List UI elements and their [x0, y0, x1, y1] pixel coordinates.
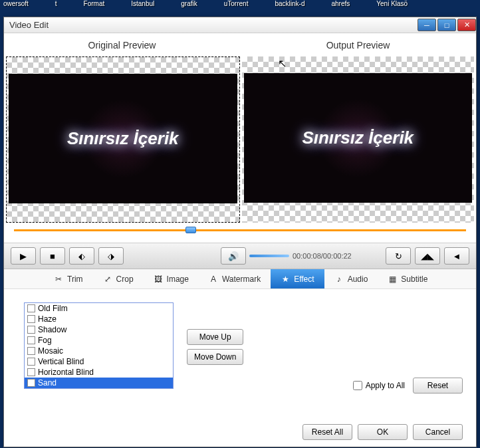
- time-display: 00:00:08/00:00:22: [293, 252, 352, 260]
- checkbox-icon[interactable]: [27, 336, 35, 344]
- titlebar[interactable]: Video Edit ─ □ ✕: [4, 17, 476, 33]
- move-down-button[interactable]: Move Down: [187, 349, 243, 365]
- checkbox-icon[interactable]: [27, 326, 35, 334]
- ok-button[interactable]: OK: [358, 424, 408, 440]
- volume-slider[interactable]: [249, 255, 289, 257]
- tab-watermark[interactable]: AWatermark: [199, 269, 271, 288]
- close-button[interactable]: ✕: [457, 19, 476, 31]
- timeline-track[interactable]: [14, 229, 466, 231]
- reset-button[interactable]: Reset: [413, 378, 463, 393]
- stop-button[interactable]: ■: [40, 247, 65, 265]
- desktop-icons: owersofttFormatİstanbulgrafikuTorrentbac…: [0, 0, 480, 17]
- audio-icon: ♪: [334, 275, 344, 284]
- cancel-button[interactable]: Cancel: [413, 424, 463, 440]
- effect-item[interactable]: ✓Soften: [25, 388, 173, 389]
- trim-icon: ✂: [54, 275, 63, 284]
- effect-item[interactable]: Fog: [25, 335, 173, 346]
- original-video-content: Sınırsız İçerik: [9, 74, 237, 203]
- tab-crop[interactable]: ⤢Crop: [93, 269, 144, 288]
- flip-h-button[interactable]: ◢◣: [415, 247, 440, 265]
- checkbox-icon[interactable]: [27, 315, 35, 323]
- effect-item[interactable]: Mosaic: [25, 346, 173, 356]
- timeline-handle[interactable]: [185, 227, 196, 233]
- tab-effect[interactable]: ★Effect: [271, 269, 324, 288]
- checkbox-icon[interactable]: [27, 304, 35, 312]
- effect-item[interactable]: Horizontal Blind: [25, 367, 173, 378]
- tab-audio[interactable]: ♪Audio: [324, 269, 378, 288]
- window-title: Video Edit: [9, 20, 49, 30]
- checkbox-icon[interactable]: [27, 379, 35, 387]
- output-preview-pane[interactable]: Sınırsız İçerik: [242, 56, 475, 223]
- tab-subtitle[interactable]: ▦Subtitle: [378, 269, 437, 288]
- tab-image[interactable]: 🖼Image: [144, 269, 199, 288]
- image-icon: 🖼: [154, 275, 163, 284]
- subtitle-icon: ▦: [388, 275, 397, 284]
- preview-headers: Original Preview Output Preview: [4, 33, 476, 56]
- tabbar: ✂Trim⤢Crop🖼ImageAWatermark★Effect♪Audio▦…: [4, 269, 476, 289]
- output-preview-label: Output Preview: [240, 33, 476, 56]
- flip-v-button[interactable]: ◄: [444, 247, 469, 265]
- crop-icon: ⤢: [103, 275, 112, 284]
- timeline[interactable]: [4, 223, 476, 243]
- bottom-buttons: Reset All OK Cancel: [302, 424, 463, 440]
- volume-button[interactable]: 🔊: [221, 247, 246, 265]
- effect-item[interactable]: Haze: [25, 314, 173, 324]
- effect-item[interactable]: Sand: [25, 378, 173, 388]
- mark-in-button[interactable]: ⬖: [69, 247, 94, 265]
- output-video-content: Sınırsız İçerik: [244, 73, 473, 203]
- original-preview-label: Original Preview: [4, 33, 240, 56]
- checkbox-icon[interactable]: [27, 358, 35, 366]
- original-preview-pane[interactable]: Sınırsız İçerik: [6, 56, 240, 223]
- checkbox-icon[interactable]: [27, 368, 35, 376]
- effect-item[interactable]: Vertical Blind: [25, 356, 173, 367]
- effect-icon: ★: [281, 275, 290, 284]
- play-button[interactable]: ▶: [11, 247, 36, 265]
- effect-item[interactable]: Old Film: [25, 303, 173, 314]
- playback-controls: ▶ ■ ⬖ ⬗ 🔊 00:00:08/00:00:22 ↻ ◢◣ ◄: [4, 243, 476, 269]
- reset-all-button[interactable]: Reset All: [302, 424, 352, 440]
- maximize-button[interactable]: □: [437, 19, 456, 31]
- apply-to-all-checkbox[interactable]: Apply to All: [353, 381, 405, 390]
- tab-trim[interactable]: ✂Trim: [44, 269, 93, 288]
- minimize-button[interactable]: ─: [418, 19, 436, 31]
- effect-list[interactable]: Old FilmHazeShadowFogMosaicVertical Blin…: [24, 302, 174, 389]
- move-up-button[interactable]: Move Up: [187, 329, 243, 345]
- checkbox-icon[interactable]: [27, 347, 35, 355]
- watermark-icon: A: [209, 275, 218, 284]
- preview-area: Sınırsız İçerik Sınırsız İçerik: [4, 56, 476, 223]
- mark-out-button[interactable]: ⬗: [98, 247, 124, 265]
- video-edit-window: Video Edit ─ □ ✕ Original Preview Output…: [3, 17, 477, 447]
- apply-area: Apply to All Reset: [353, 378, 463, 393]
- rotate-button[interactable]: ↻: [386, 247, 411, 265]
- effect-item[interactable]: Shadow: [25, 324, 173, 335]
